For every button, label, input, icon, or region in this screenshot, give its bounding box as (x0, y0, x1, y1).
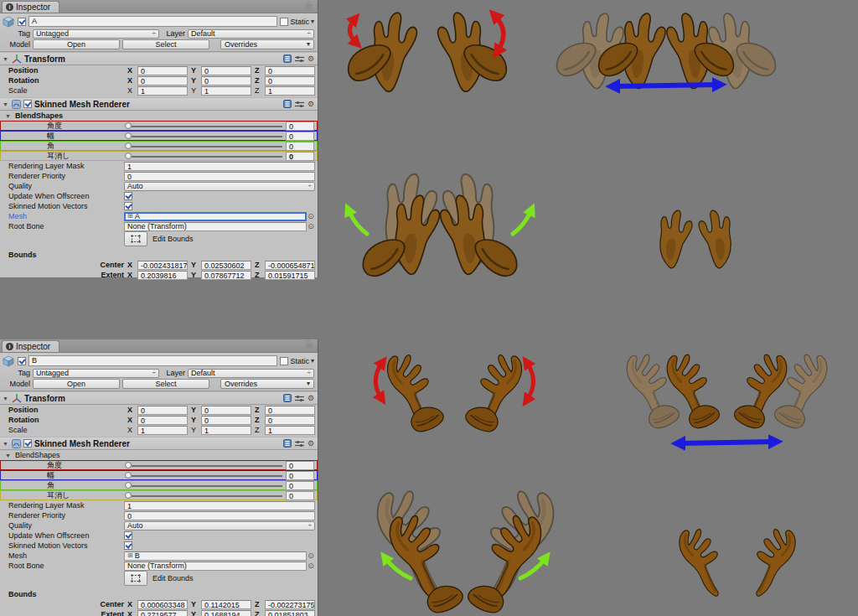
object-picker-icon[interactable]: ⊙ (307, 562, 315, 570)
layer-dropdown[interactable]: Default ÷ (188, 29, 314, 39)
scale-x-field[interactable]: 1 (137, 426, 188, 435)
static-dropdown-icon[interactable]: ▾ (311, 18, 314, 25)
rotation-y-field[interactable]: 0 (201, 76, 251, 85)
gear-icon[interactable]: ⚙ (308, 101, 314, 108)
position-z-field[interactable]: 0 (265, 66, 315, 75)
overrides-dropdown[interactable]: Overrides ▾ (220, 379, 314, 389)
scale-y-field[interactable]: 1 (201, 86, 251, 96)
static-checkbox[interactable] (280, 18, 288, 26)
select-button[interactable]: Select (122, 379, 209, 389)
tag-dropdown[interactable]: Untagged ÷ (33, 29, 159, 39)
position-x-field[interactable]: 0 (137, 66, 188, 75)
lock-icon[interactable] (306, 344, 313, 349)
static-toggle[interactable]: Static ▾ (280, 18, 314, 26)
blendshape-slider[interactable] (125, 481, 282, 489)
blendshape-value-field[interactable]: 0 (286, 491, 314, 500)
scale-z-field[interactable]: 1 (265, 426, 315, 435)
foldout-icon[interactable]: ▼ (3, 101, 9, 107)
presets-icon[interactable] (295, 101, 304, 108)
slider-thumb[interactable] (125, 153, 132, 159)
blendshape-slider[interactable] (125, 152, 282, 160)
name-field[interactable]: B (28, 355, 277, 366)
active-checkbox[interactable] (18, 18, 26, 26)
object-picker-icon[interactable]: ⊙ (307, 212, 315, 220)
blendshape-value-field[interactable]: 0 (286, 142, 314, 151)
rendering-layer-mask-field[interactable]: 1 (124, 162, 315, 171)
blendshape-value-field[interactable]: 0 (286, 132, 314, 141)
edit-bounds-button[interactable] (124, 571, 147, 586)
rendering-layer-mask-field[interactable]: 1 (124, 501, 315, 510)
quality-dropdown[interactable]: Auto ÷ (124, 182, 315, 191)
transform-header[interactable]: ▼ Transform ⚙ (0, 391, 318, 405)
slider-thumb[interactable] (125, 142, 132, 149)
static-checkbox[interactable] (280, 357, 288, 365)
help-icon[interactable] (283, 54, 292, 63)
lock-icon[interactable] (306, 4, 313, 9)
scale-x-field[interactable]: 1 (137, 86, 188, 96)
name-field[interactable]: A (28, 16, 277, 27)
open-button[interactable]: Open (33, 39, 120, 49)
position-y-field[interactable]: 0 (201, 406, 251, 415)
edit-bounds-button[interactable] (124, 231, 147, 246)
blendshape-slider[interactable] (125, 142, 282, 150)
blendshape-value-field[interactable]: 0 (286, 461, 314, 470)
skinned-motion-vectors-checkbox[interactable] (124, 541, 132, 550)
extent-y-field[interactable]: 0.07867712 (201, 271, 251, 280)
slider-thumb[interactable] (125, 122, 132, 129)
center-z-field[interactable]: -0.002273175 (265, 600, 315, 609)
tab-inspector[interactable]: i Inspector (2, 340, 59, 352)
rotation-y-field[interactable]: 0 (201, 416, 251, 425)
gear-icon[interactable]: ⚙ (308, 55, 314, 63)
component-enabled-checkbox[interactable] (23, 100, 32, 108)
tag-dropdown[interactable]: Untagged ÷ (33, 369, 159, 378)
center-y-field[interactable]: 0.1142015 (201, 600, 251, 609)
foldout-icon[interactable]: ▼ (3, 56, 9, 62)
blendshapes-foldout[interactable]: ▼ BlendShapes (0, 450, 318, 460)
extent-x-field[interactable]: 0.2719577 (137, 610, 188, 616)
blendshape-value-field[interactable]: 0 (286, 122, 314, 131)
active-checkbox[interactable] (18, 357, 26, 365)
skinned-mesh-renderer-header[interactable]: ▼ Skinned Mesh Renderer ⚙ (0, 97, 318, 111)
blendshape-slider[interactable] (125, 122, 282, 130)
blendshapes-foldout[interactable]: ▼ BlendShapes (0, 111, 318, 121)
select-button[interactable]: Select (122, 39, 209, 49)
slider-thumb[interactable] (125, 492, 132, 499)
extent-z-field[interactable]: 0.01851803 (265, 610, 315, 616)
foldout-icon[interactable]: ▼ (3, 441, 9, 447)
update-when-offscreen-checkbox[interactable] (124, 531, 132, 540)
overrides-dropdown[interactable]: Overrides ▾ (220, 39, 314, 49)
object-picker-icon[interactable]: ⊙ (307, 222, 315, 230)
blendshape-value-field[interactable]: 0 (286, 152, 314, 161)
gear-icon[interactable]: ⚙ (308, 395, 314, 402)
blendshape-slider[interactable] (125, 491, 282, 500)
blendshape-slider[interactable] (125, 132, 282, 140)
root-bone-object-field[interactable]: None (Transform) (124, 222, 307, 231)
mesh-object-field[interactable]: ⊞ B (124, 551, 307, 561)
blendshape-slider[interactable] (125, 471, 282, 479)
rotation-x-field[interactable]: 0 (137, 76, 188, 85)
center-y-field[interactable]: 0.02530602 (201, 261, 251, 270)
layer-dropdown[interactable]: Default ÷ (188, 369, 314, 378)
center-x-field[interactable]: 0.000603348 (137, 600, 188, 609)
open-button[interactable]: Open (33, 379, 120, 389)
skinned-mesh-renderer-header[interactable]: ▼ Skinned Mesh Renderer ⚙ (0, 437, 318, 450)
quality-dropdown[interactable]: Auto ÷ (124, 521, 315, 531)
center-x-field[interactable]: -0.002431817 (137, 261, 188, 270)
position-x-field[interactable]: 0 (137, 406, 188, 415)
position-z-field[interactable]: 0 (265, 406, 315, 415)
help-icon[interactable] (283, 439, 292, 448)
slider-thumb[interactable] (125, 132, 132, 139)
position-y-field[interactable]: 0 (201, 66, 251, 75)
blendshape-value-field[interactable]: 0 (286, 481, 314, 490)
transform-header[interactable]: ▼ Transform ⚙ (0, 52, 318, 65)
root-bone-object-field[interactable]: None (Transform) (124, 562, 307, 571)
renderer-priority-field[interactable]: 0 (124, 511, 315, 520)
rotation-z-field[interactable]: 0 (265, 76, 315, 85)
static-dropdown-icon[interactable]: ▾ (311, 358, 314, 365)
presets-icon[interactable] (295, 55, 304, 63)
slider-thumb[interactable] (125, 482, 132, 489)
skinned-motion-vectors-checkbox[interactable] (124, 202, 132, 210)
gear-icon[interactable]: ⚙ (308, 440, 314, 448)
help-icon[interactable] (283, 394, 292, 402)
mesh-object-field[interactable]: ⊞ A (124, 212, 307, 221)
